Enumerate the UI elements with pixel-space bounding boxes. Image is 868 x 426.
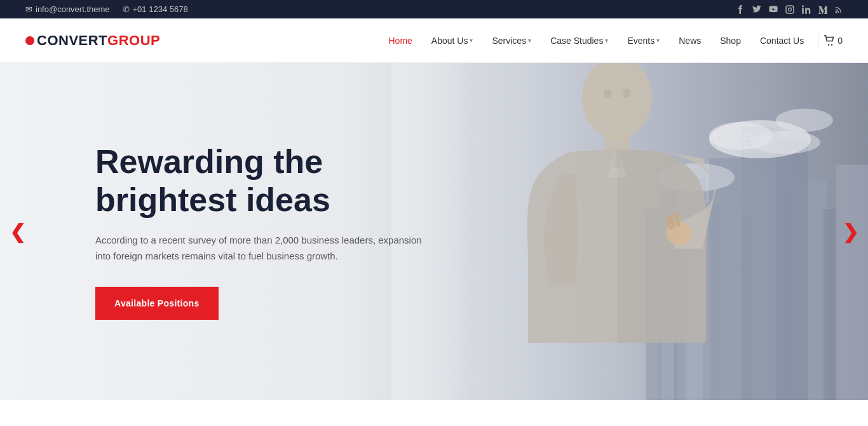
svg-point-1 <box>789 8 792 11</box>
svg-point-5 <box>831 44 832 45</box>
email-icon: ✉ <box>25 4 32 14</box>
nav-link-services[interactable]: Services ▾ <box>483 31 540 51</box>
chevron-icon: ▾ <box>656 37 660 44</box>
nav-link-contact[interactable]: Contact Us <box>751 31 813 51</box>
svg-point-2 <box>792 6 793 8</box>
hero-image <box>391 63 868 400</box>
header: CONVERTGROUP Home About Us ▾ Services ▾ <box>0 18 868 63</box>
carousel-prev-button[interactable]: ❮ <box>10 221 25 243</box>
cart-button[interactable]: 0 <box>824 35 843 46</box>
phone-number: +01 1234 5678 <box>133 4 188 14</box>
cart-icon <box>824 35 835 46</box>
nav-link-shop[interactable]: Shop <box>711 31 750 51</box>
cart-count: 0 <box>837 36 843 46</box>
nav-item-events[interactable]: Events ▾ <box>618 31 668 51</box>
chevron-icon: ▾ <box>528 37 531 44</box>
linkedin-link[interactable] <box>802 5 811 14</box>
social-links <box>736 5 843 14</box>
hero-svg <box>391 63 868 400</box>
phone-icon: ✆ <box>123 4 130 14</box>
svg-rect-20 <box>776 139 808 400</box>
nav-link-news[interactable]: News <box>670 31 710 51</box>
hero-section: Rewarding the brightest ideas According … <box>0 63 868 400</box>
available-positions-button[interactable]: Available Positions <box>95 287 219 320</box>
twitter-link[interactable] <box>752 5 761 14</box>
nav-item-home[interactable]: Home <box>380 31 421 51</box>
chevron-icon: ▾ <box>470 37 473 44</box>
medium-link[interactable] <box>818 5 827 14</box>
facebook-link[interactable] <box>736 5 745 14</box>
svg-point-36 <box>776 109 833 132</box>
instagram-link[interactable] <box>785 5 794 14</box>
nav-item-contact[interactable]: Contact Us <box>751 31 813 51</box>
svg-rect-18 <box>836 165 868 400</box>
rss-link[interactable] <box>835 6 843 13</box>
nav-item-services[interactable]: Services ▾ <box>483 31 540 51</box>
hero-description: According to a recent survey of more tha… <box>95 232 432 265</box>
svg-point-43 <box>623 89 630 98</box>
nav-item-news[interactable]: News <box>670 31 710 51</box>
email-contact[interactable]: ✉ info@convert.theme <box>25 4 110 14</box>
nav-item-about[interactable]: About Us ▾ <box>423 31 482 51</box>
youtube-link[interactable] <box>769 5 778 14</box>
svg-rect-19 <box>741 127 779 400</box>
svg-point-3 <box>836 11 837 13</box>
nav-link-events[interactable]: Events ▾ <box>618 31 668 51</box>
nav-divider <box>818 34 818 47</box>
nav-items: Home About Us ▾ Services ▾ Case Studies … <box>380 31 813 51</box>
carousel-next-button[interactable]: ❯ <box>843 221 858 243</box>
main-nav: Home About Us ▾ Services ▾ Case Studies … <box>380 31 843 51</box>
logo-dot <box>25 36 34 45</box>
chevron-icon: ▾ <box>605 37 608 44</box>
svg-rect-0 <box>786 6 794 13</box>
logo-text: CONVERTGROUP <box>37 32 160 49</box>
top-bar-contact: ✉ info@convert.theme ✆ +01 1234 5678 <box>25 4 188 14</box>
nav-item-shop[interactable]: Shop <box>711 31 750 51</box>
nav-link-home[interactable]: Home <box>380 31 421 51</box>
svg-point-34 <box>750 131 820 154</box>
email-address: info@convert.theme <box>36 4 110 14</box>
svg-point-4 <box>828 44 829 45</box>
nav-item-case-studies[interactable]: Case Studies ▾ <box>541 31 617 51</box>
nav-link-about[interactable]: About Us ▾ <box>423 31 482 51</box>
logo[interactable]: CONVERTGROUP <box>25 32 160 49</box>
hero-content: Rewarding the brightest ideas According … <box>95 143 445 320</box>
nav-link-case-studies[interactable]: Case Studies ▾ <box>541 31 617 51</box>
phone-contact[interactable]: ✆ +01 1234 5678 <box>123 4 188 14</box>
top-bar: ✉ info@convert.theme ✆ +01 1234 5678 <box>0 0 868 18</box>
hero-title: Rewarding the brightest ideas <box>95 143 445 219</box>
